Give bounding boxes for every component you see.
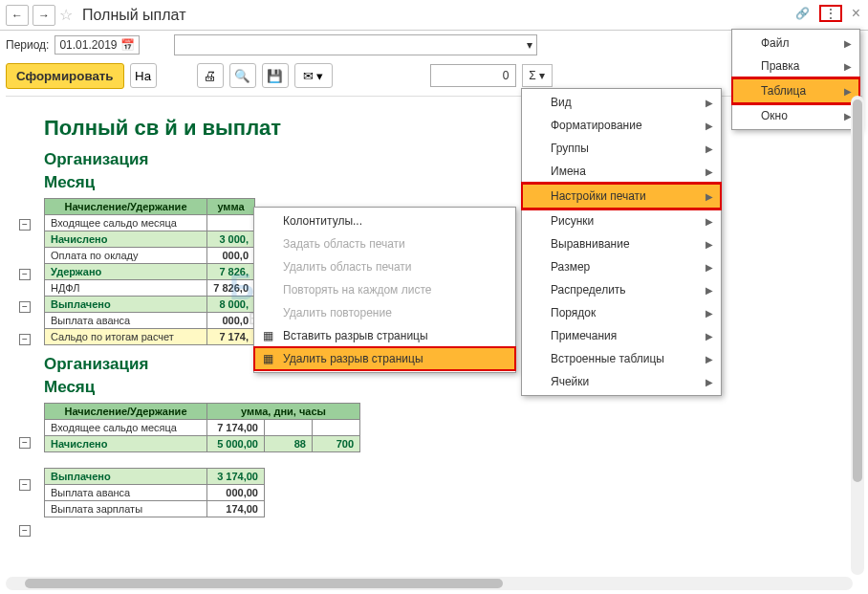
link-icon[interactable]: 🔗 xyxy=(795,7,810,20)
vertical-scrollbar[interactable] xyxy=(851,96,864,575)
period-label: Период: xyxy=(6,38,49,52)
menu-item[interactable]: Файл▶ xyxy=(732,32,859,55)
dropdown-icon: ▾ xyxy=(527,38,532,52)
menu-item[interactable]: Окно▶ xyxy=(732,104,859,127)
main-menu: Файл▶Правка▶Таблица▶Окно▶ xyxy=(731,29,860,130)
nav-forward-button[interactable]: → xyxy=(33,5,55,26)
kebab-menu-button[interactable]: ⋮ xyxy=(819,5,842,22)
tree-toggle[interactable]: − xyxy=(19,301,31,313)
menu-item[interactable]: Размер▶ xyxy=(522,255,721,278)
menu-item[interactable]: Колонтитулы... xyxy=(254,209,515,232)
close-button[interactable]: × xyxy=(852,5,860,22)
menu-item[interactable]: Группы▶ xyxy=(522,137,721,160)
menu-item[interactable]: Таблица▶ xyxy=(732,77,859,104)
menu-item[interactable]: Встроенные таблицы▶ xyxy=(522,347,721,370)
table-row[interactable]: Удержано7 826, xyxy=(45,264,255,280)
table-row[interactable]: Входящее сальдо месяца7 174,00 xyxy=(45,420,360,436)
nav-back-button[interactable]: ← xyxy=(6,5,29,26)
menu-item[interactable]: Рисунки▶ xyxy=(522,209,721,232)
generate-button[interactable]: Сформировать xyxy=(6,63,124,89)
menu-item-label: Удалить повторение xyxy=(283,306,392,319)
menu-item[interactable]: Вид▶ xyxy=(522,91,721,114)
menu-item-label: Удалить область печати xyxy=(283,260,412,274)
menu-item[interactable]: Форматирование▶ xyxy=(522,114,721,137)
sigma-button[interactable]: Σ ▾ xyxy=(522,64,553,87)
chevron-right-icon: ▶ xyxy=(705,191,713,202)
tree-toggle[interactable]: − xyxy=(19,479,31,491)
tree-toggle[interactable]: − xyxy=(19,334,31,345)
menu-item-label: Колонтитулы... xyxy=(283,214,362,228)
horizontal-scrollbar[interactable] xyxy=(6,577,853,590)
table-row[interactable]: Выплата аванса000,00 xyxy=(45,485,265,501)
chevron-right-icon: ▶ xyxy=(705,354,713,364)
scroll-thumb-h[interactable] xyxy=(25,579,503,588)
table-row[interactable]: Начислено5 000,0088700 xyxy=(45,436,360,452)
menu-item-label: Примечания xyxy=(551,329,617,342)
menu-icon: ▦ xyxy=(260,329,275,342)
chevron-right-icon: ▶ xyxy=(844,38,852,49)
menu-item-label: Правка xyxy=(761,59,800,73)
email-icon-button[interactable]: ✉ ▾ xyxy=(294,63,333,88)
chevron-right-icon: ▶ xyxy=(705,262,713,273)
menu-item: Удалить повторение xyxy=(254,301,515,324)
menu-item[interactable]: Ячейки▶ xyxy=(522,370,721,393)
menu-item[interactable]: Настройки печати▶ xyxy=(522,183,721,209)
menu-item-label: Удалить разрыв страницы xyxy=(283,352,423,365)
col-sum-header: умма xyxy=(207,199,255,215)
tree-toggle[interactable]: − xyxy=(19,525,31,537)
section-org-1: Организация xyxy=(44,150,862,169)
tree-toggle[interactable]: − xyxy=(19,269,31,280)
col-header: Начисление/Удержание xyxy=(45,199,207,215)
chevron-right-icon: ▶ xyxy=(705,285,713,296)
chevron-right-icon: ▶ xyxy=(705,377,713,387)
menu-item-label: Ячейки xyxy=(551,375,589,388)
table-row[interactable]: Выплачено8 000, xyxy=(45,297,255,313)
save-icon-button[interactable]: 💾 xyxy=(262,63,289,88)
table-row[interactable]: НДФЛ7 826,0 xyxy=(45,280,255,297)
menu-item-label: Группы xyxy=(551,142,589,155)
table-section-1: Начисление/Удержаниеумма Входящее сальдо… xyxy=(44,198,255,345)
table-row[interactable]: Начислено3 000, xyxy=(45,231,255,248)
period-input[interactable]: 01.01.2019 📅 xyxy=(54,35,140,55)
tree-toggle[interactable]: − xyxy=(19,219,31,231)
period-value: 01.01.2019 xyxy=(59,38,117,52)
chevron-right-icon: ▶ xyxy=(705,98,713,108)
preview-icon-button[interactable]: 🔍 xyxy=(229,63,256,88)
menu-item[interactable]: Правка▶ xyxy=(732,55,859,77)
table-section-3: Выплачено3 174,00Выплата аванса000,00Вып… xyxy=(44,468,265,517)
chevron-right-icon: ▶ xyxy=(705,239,713,250)
menu-item-label: Файл xyxy=(761,36,790,50)
menu-item-label: Рисунки xyxy=(551,214,594,228)
menu-item[interactable]: Примечания▶ xyxy=(522,324,721,347)
settings-button[interactable]: На xyxy=(130,63,157,88)
menu-item: Повторять на каждом листе xyxy=(254,278,515,301)
print-icon-button[interactable]: 🖨 xyxy=(197,63,224,88)
menu-item[interactable]: Выравнивание▶ xyxy=(522,232,721,255)
favorite-star-icon[interactable]: ☆ xyxy=(59,6,73,24)
table-row[interactable]: Выплата аванса000,0 xyxy=(45,313,255,329)
menu-item[interactable]: ▦Вставить разрыв страницы xyxy=(254,324,515,347)
menu-item-label: Вставить разрыв страницы xyxy=(283,329,428,342)
print-settings-submenu: Колонтитулы...Задать область печатиУдали… xyxy=(253,207,516,373)
chevron-right-icon: ▶ xyxy=(705,166,713,177)
menu-item[interactable]: Порядок▶ xyxy=(522,301,721,324)
chevron-right-icon: ▶ xyxy=(705,308,713,319)
table-row[interactable]: Выплата зарплаты174,00 xyxy=(45,501,265,517)
table-row[interactable]: Выплачено3 174,00 xyxy=(45,469,265,485)
menu-item[interactable]: Имена▶ xyxy=(522,160,721,183)
org-combo[interactable]: ▾ xyxy=(174,34,537,55)
scroll-thumb-v[interactable] xyxy=(853,99,862,482)
menu-item[interactable]: ▦Удалить разрыв страницы xyxy=(254,347,515,370)
menu-item-label: Повторять на каждом листе xyxy=(283,283,431,297)
tree-toggle[interactable]: − xyxy=(19,437,31,449)
table-row[interactable]: Входящее сальдо месяца xyxy=(45,215,255,231)
menu-item: Задать область печати xyxy=(254,232,515,255)
page-title: Полный ыплат xyxy=(82,7,185,24)
menu-item[interactable]: Распределить▶ xyxy=(522,278,721,301)
table-submenu: Вид▶Форматирование▶Группы▶Имена▶Настройк… xyxy=(521,88,722,396)
table-row[interactable]: Оплата по окладу000,0 xyxy=(45,248,255,264)
calendar-icon[interactable]: 📅 xyxy=(120,38,135,52)
table-row[interactable]: Сальдо по итогам расчет7 174, xyxy=(45,329,255,345)
numeric-input[interactable]: 0 xyxy=(430,64,516,87)
section-month-1: Месяц xyxy=(44,173,862,192)
